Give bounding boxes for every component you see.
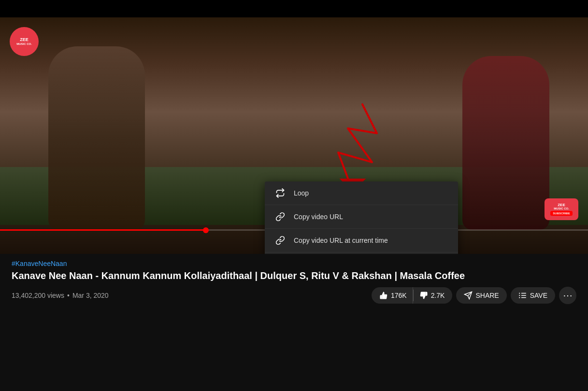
view-count: 13,402,200 views (12, 292, 64, 299)
top-bar (0, 0, 588, 17)
menu-item-loop[interactable]: Loop (265, 182, 458, 205)
upload-date-value: Mar 3, 2020 (72, 292, 109, 299)
menu-item-copy-url-time[interactable]: Copy video URL at current time (265, 229, 458, 252)
menu-label-loop: Loop (294, 189, 309, 197)
like-count: 176K (391, 292, 407, 299)
upload-date: • (67, 292, 70, 299)
menu-item-copy-embed[interactable]: Copy embed code (265, 252, 458, 254)
menu-label-copy-url: Copy video URL (294, 213, 343, 221)
save-label: SAVE (530, 292, 547, 299)
action-buttons: 176K 2.7K SHARE (372, 287, 576, 304)
subscribe-badge: SUBSCRIBE (550, 211, 572, 216)
video-frame: ZEE MUSIC CO. ZEE MUSIC CO. SUBSCRIBE (0, 17, 588, 254)
dislike-count: 2.7K (431, 292, 445, 299)
video-player[interactable]: ZEE MUSIC CO. ZEE MUSIC CO. SUBSCRIBE (0, 17, 588, 254)
progress-dot (203, 227, 209, 233)
menu-label-copy-url-time: Copy video URL at current time (294, 237, 388, 244)
link-time-icon (274, 235, 286, 246)
zee-badge-bottom: ZEE MUSIC CO. SUBSCRIBE (545, 198, 578, 220)
link-icon (274, 211, 286, 223)
video-info: #KanaveNeeNaan Kanave Nee Naan - Kannum … (0, 254, 588, 304)
loop-icon (274, 187, 286, 199)
share-button[interactable]: SHARE (456, 287, 506, 304)
progress-fill (0, 229, 206, 231)
menu-item-copy-url[interactable]: Copy video URL (265, 205, 458, 229)
like-button[interactable]: 176K (372, 287, 413, 304)
figure-left (48, 46, 145, 230)
video-title: Kanave Nee Naan - Kannum Kannum Kollaiya… (12, 269, 576, 282)
share-label: SHARE (475, 292, 499, 299)
dislike-button[interactable]: 2.7K (414, 287, 453, 304)
dots-icon: ⋯ (563, 290, 573, 301)
save-button[interactable]: SAVE (511, 287, 555, 304)
context-menu: Loop Copy video URL (265, 182, 458, 254)
like-dislike-group: 176K 2.7K (372, 287, 453, 304)
zee-badge-top: ZEE MUSIC CO. (10, 27, 39, 56)
more-options-button[interactable]: ⋯ (559, 287, 576, 304)
hashtag[interactable]: #KanaveNeeNaan (12, 260, 576, 267)
figure-right (462, 56, 549, 230)
video-meta: 13,402,200 views • Mar 3, 2020 176K (12, 287, 576, 304)
